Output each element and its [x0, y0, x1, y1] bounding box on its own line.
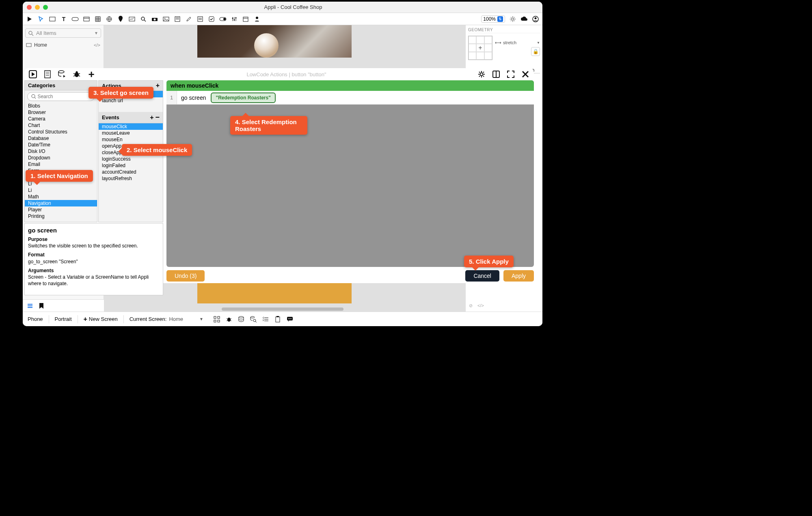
account-icon[interactable] — [532, 15, 539, 23]
check-icon[interactable] — [208, 15, 215, 23]
plus-icon[interactable]: + — [150, 114, 153, 121]
cloud-icon[interactable] — [520, 15, 528, 23]
bookmark-icon[interactable] — [39, 303, 44, 309]
new-screen-button[interactable]: + New Screen — [84, 316, 118, 323]
bug-icon[interactable] — [225, 316, 233, 323]
doc-args-h: Arguments — [28, 268, 54, 273]
minus-icon[interactable]: − — [155, 113, 160, 122]
search-input[interactable] — [37, 94, 91, 99]
orientation-label[interactable]: Portrait — [55, 316, 72, 322]
list-item[interactable]: Camera — [25, 116, 97, 122]
close-icon[interactable] — [521, 70, 530, 79]
list-item[interactable]: Li — [25, 187, 97, 194]
zoom-value: 100% — [483, 16, 496, 22]
notes-icon[interactable] — [43, 70, 52, 79]
grid-icon[interactable] — [94, 15, 102, 23]
plus-icon[interactable]: + — [87, 70, 96, 79]
anchor-grid[interactable]: + — [468, 36, 492, 60]
canvas-button[interactable] — [197, 281, 352, 303]
editor-panel: when mouseClick 1 go screen "Redemption … — [166, 80, 534, 267]
gear-icon[interactable] — [477, 70, 486, 79]
apply-button[interactable]: Apply — [503, 270, 534, 282]
pin-icon[interactable] — [117, 15, 124, 23]
list-item[interactable]: Printing — [25, 213, 97, 219]
panel-icon[interactable] — [83, 15, 90, 23]
list-item[interactable]: Email — [25, 161, 97, 168]
list-item[interactable]: loginFailed — [99, 162, 163, 169]
tree-item-home[interactable]: Home </> — [23, 41, 104, 49]
calendar-icon[interactable] — [242, 15, 249, 23]
list-item[interactable]: Database — [25, 135, 97, 142]
user-icon[interactable] — [253, 15, 261, 23]
categories-search[interactable] — [27, 92, 95, 101]
minimize-icon[interactable] — [35, 5, 40, 10]
list-item[interactable]: Properties — [25, 219, 97, 220]
list-item[interactable]: Disk I/O — [25, 148, 97, 155]
bug-icon[interactable] — [72, 70, 81, 79]
list-icon[interactable] — [197, 15, 204, 23]
code-icon[interactable]: </> — [477, 303, 484, 308]
button-icon[interactable] — [71, 15, 79, 23]
toggle-icon[interactable] — [219, 15, 227, 23]
chat-icon[interactable] — [286, 316, 294, 323]
list-item[interactable]: mouseEn — [99, 136, 163, 143]
image-icon[interactable] — [162, 15, 170, 23]
sliders-icon[interactable] — [231, 15, 238, 23]
list-item[interactable]: Math — [25, 194, 97, 200]
cancel-button[interactable]: Cancel — [465, 270, 499, 282]
list-item[interactable]: loginSuccess — [99, 156, 163, 162]
grid-icon[interactable] — [213, 316, 220, 323]
list-item[interactable]: Player — [25, 206, 97, 213]
zoom-selector[interactable]: 100% ⇅ — [481, 15, 505, 23]
clipboard-icon[interactable] — [274, 316, 281, 323]
list-item[interactable]: Browser — [25, 109, 97, 116]
gear-icon[interactable] — [509, 15, 516, 23]
columns-icon[interactable] — [492, 70, 501, 79]
screen-chip[interactable]: "Redemption Roasters" — [211, 92, 275, 103]
sidebar-bottom-tabs — [23, 299, 104, 312]
text-icon[interactable]: T — [60, 15, 67, 23]
device-label[interactable]: Phone — [28, 316, 43, 322]
list-item[interactable]: Blobs — [25, 103, 97, 109]
edit-icon[interactable] — [185, 15, 192, 23]
list-item[interactable]: layoutRefresh — [99, 175, 163, 182]
allitems-dropdown[interactable]: All Items ▼ — [25, 28, 101, 38]
window-title: Appli - Cool Coffee Shop — [48, 4, 538, 10]
camera-icon[interactable] — [151, 15, 158, 23]
rect-icon[interactable] — [49, 15, 56, 23]
window-traffic-lights — [27, 5, 48, 10]
play-square-icon[interactable] — [28, 70, 37, 79]
list-item[interactable]: Dropdown — [25, 155, 97, 161]
svg-line-72 — [78, 75, 80, 76]
form-icon[interactable] — [174, 15, 181, 23]
database-play-icon[interactable] — [58, 70, 67, 79]
svg-rect-27 — [243, 17, 248, 22]
horizontal-scrollbar[interactable] — [222, 307, 343, 311]
play-icon[interactable] — [26, 15, 33, 23]
current-screen-dropdown[interactable]: Home ▼ — [169, 316, 203, 322]
database-icon[interactable] — [238, 316, 245, 323]
chart-icon[interactable] — [128, 15, 136, 23]
list-view-icon[interactable] — [27, 303, 33, 309]
list-item[interactable]: accountCreated — [99, 169, 163, 175]
search-icon[interactable] — [140, 15, 147, 23]
list-item[interactable]: mouseClick — [99, 123, 163, 130]
close-icon[interactable] — [27, 5, 32, 10]
list-item[interactable]: Chart — [25, 122, 97, 129]
editor-row[interactable]: 1 go screen "Redemption Roasters" — [166, 91, 534, 105]
list-item[interactable]: mouseLeave — [99, 130, 163, 136]
database-search-icon[interactable] — [250, 316, 257, 323]
zoom-icon[interactable] — [43, 5, 48, 10]
list-item[interactable]: Date/Time — [25, 142, 97, 148]
svg-line-47 — [230, 320, 231, 321]
tasks-icon[interactable] — [262, 316, 269, 323]
fullscreen-icon[interactable] — [506, 70, 515, 79]
pointer-icon[interactable] — [37, 15, 45, 23]
svg-point-78 — [32, 95, 35, 98]
globe-icon[interactable] — [106, 15, 113, 23]
lock-icon[interactable]: 🔒 — [531, 47, 540, 56]
plus-icon[interactable]: + — [156, 82, 160, 89]
list-item[interactable]: Control Structures — [25, 129, 97, 135]
undo-button[interactable]: Undo (3) — [166, 270, 205, 282]
list-item[interactable]: Navigation — [25, 200, 97, 206]
